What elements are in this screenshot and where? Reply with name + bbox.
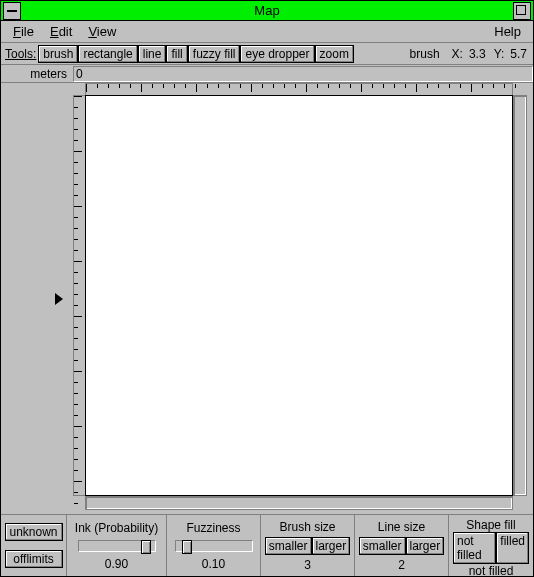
unit-label: meters bbox=[1, 67, 73, 81]
canvas-area bbox=[1, 83, 533, 514]
window-title: Map bbox=[21, 3, 513, 18]
tool-zoom[interactable]: zoom bbox=[315, 45, 354, 63]
left-gutter bbox=[1, 83, 73, 514]
offlimits-button[interactable]: offlimits bbox=[5, 550, 63, 568]
toolbar: Tools: brush rectangle line fill fuzzy f… bbox=[1, 43, 533, 65]
shape-filled-button[interactable]: filled bbox=[496, 532, 529, 564]
brush-size-label: Brush size bbox=[279, 520, 335, 534]
y-label: Y: bbox=[488, 47, 511, 61]
vertical-ruler bbox=[73, 95, 85, 496]
menu-file[interactable]: File bbox=[5, 22, 42, 41]
tool-rectangle[interactable]: rectangle bbox=[78, 45, 137, 63]
unknown-button[interactable]: unknown bbox=[5, 523, 63, 541]
shape-fill-label: Shape fill bbox=[466, 518, 515, 532]
menubar: File Edit View Help bbox=[1, 21, 533, 43]
line-larger-button[interactable]: larger bbox=[406, 537, 445, 555]
tool-eye-dropper[interactable]: eye dropper bbox=[240, 45, 314, 63]
ink-value: 0.90 bbox=[105, 557, 128, 571]
y-value: 5.7 bbox=[510, 47, 531, 61]
canvas[interactable] bbox=[85, 95, 513, 496]
x-value: 3.3 bbox=[469, 47, 488, 61]
current-tool: brush bbox=[404, 47, 446, 61]
brush-larger-button[interactable]: larger bbox=[312, 537, 351, 555]
horizontal-scrollbar[interactable] bbox=[85, 496, 513, 510]
fuzziness-label: Fuzziness bbox=[186, 521, 240, 535]
menu-edit[interactable]: Edit bbox=[42, 22, 80, 41]
tool-brush[interactable]: brush bbox=[38, 45, 78, 63]
menu-help[interactable]: Help bbox=[486, 22, 529, 41]
caret-right-icon[interactable] bbox=[55, 293, 63, 305]
bottom-panel: unknown offlimits Ink (Probability) 0.90… bbox=[1, 514, 533, 576]
tool-fill[interactable]: fill bbox=[166, 45, 187, 63]
vertical-scrollbar[interactable] bbox=[513, 95, 527, 496]
shape-not-filled-button[interactable]: not filled bbox=[453, 532, 496, 564]
fuzziness-value: 0.10 bbox=[202, 557, 225, 571]
brush-smaller-button[interactable]: smaller bbox=[265, 537, 312, 555]
ruler-origin-input[interactable]: 0 bbox=[73, 66, 533, 82]
tools-label: Tools: bbox=[3, 47, 38, 61]
menu-view[interactable]: View bbox=[80, 22, 124, 41]
system-menu-icon[interactable] bbox=[3, 2, 21, 20]
ink-label: Ink (Probability) bbox=[75, 521, 158, 535]
fuzziness-slider[interactable] bbox=[175, 540, 253, 552]
line-size-label: Line size bbox=[378, 520, 425, 534]
horizontal-ruler bbox=[85, 83, 513, 95]
titlebar[interactable]: Map bbox=[1, 1, 533, 21]
line-smaller-button[interactable]: smaller bbox=[359, 537, 406, 555]
x-label: X: bbox=[446, 47, 469, 61]
ink-slider[interactable] bbox=[78, 540, 156, 552]
brush-size-value: 3 bbox=[304, 558, 311, 572]
tool-line[interactable]: line bbox=[138, 45, 167, 63]
line-size-value: 2 bbox=[398, 558, 405, 572]
tool-fuzzy-fill[interactable]: fuzzy fill bbox=[188, 45, 241, 63]
ruler-origin-row: meters 0 bbox=[1, 65, 533, 83]
window: Map File Edit View Help Tools: brush rec… bbox=[0, 0, 534, 577]
maximize-icon[interactable] bbox=[513, 2, 531, 20]
shape-fill-value: not filled bbox=[469, 564, 514, 577]
